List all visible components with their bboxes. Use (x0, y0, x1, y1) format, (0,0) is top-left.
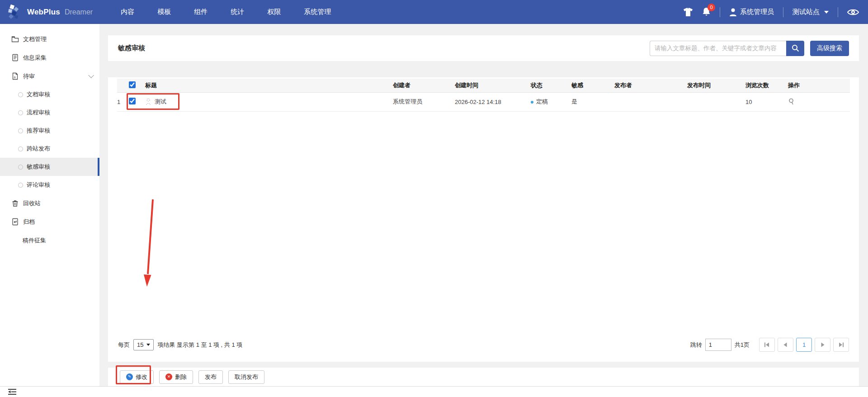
collect-icon (11, 54, 19, 61)
sidebar-item-cross-site-publish[interactable]: 跨站发布 (0, 140, 99, 158)
sidebar-subitem-label: 评论审核 (27, 181, 50, 189)
bullet-circle-icon (18, 147, 23, 151)
header-sensitive: 敏感 (571, 82, 583, 89)
header-creator: 创建者 (393, 82, 410, 89)
sidebar-item-recommend-review[interactable]: 推荐审核 (0, 122, 99, 140)
row-status: 定稿 (531, 92, 571, 111)
jump-page-input[interactable] (705, 339, 731, 351)
unpublish-button[interactable]: 取消发布 (228, 370, 264, 384)
collapse-sidebar-icon[interactable] (7, 388, 17, 395)
per-page-select[interactable]: 15 (133, 339, 154, 350)
last-page-icon (838, 342, 844, 348)
sidebar-item-archive[interactable]: 归档 (0, 213, 99, 231)
magnifier-icon[interactable] (788, 98, 795, 105)
publish-button[interactable]: 发布 (198, 370, 223, 384)
table-row: 1 测试 系统管理员 2026- (117, 92, 850, 111)
pagination-bar: 每页 15 项结果 显示第 1 至 1 项 , 共 1 项 跳转 共1页 (117, 338, 850, 362)
actions-bar: ✎ 修改 ✕ 删除 发布 取消发布 (108, 368, 859, 386)
folder-icon (11, 35, 19, 43)
header-created-time: 创建时间 (455, 82, 478, 89)
sidebar-item-label: 稿件征集 (23, 236, 46, 245)
webplus-logo-icon (6, 4, 24, 21)
next-page-button[interactable] (815, 338, 830, 352)
notification-badge: 0 (708, 4, 715, 11)
first-page-icon (764, 342, 770, 348)
row-creator: 系统管理员 (393, 92, 455, 111)
sidebar-item-info-collect[interactable]: 信息采集 (0, 48, 99, 67)
sidebar-item-manuscript-collect[interactable]: 稿件征集 (0, 231, 99, 250)
per-page-label: 每页 (118, 341, 130, 349)
row-title-link[interactable]: 测试 (155, 98, 166, 106)
sidebar-item-label: 信息采集 (23, 54, 47, 62)
prev-page-button[interactable] (778, 338, 793, 352)
search-input[interactable] (650, 41, 786, 56)
first-page-button[interactable] (759, 338, 775, 352)
advanced-search-button[interactable]: 高级搜索 (810, 41, 849, 56)
sidebar-item-label: 文档管理 (23, 35, 47, 43)
sidebar-subitem-label: 推荐审核 (27, 127, 50, 135)
header-operation: 操作 (788, 82, 800, 89)
main-content: 敏感审核 高级搜索 (99, 24, 868, 386)
header-status: 状态 (531, 82, 542, 89)
menu-content[interactable]: 内容 (121, 8, 134, 16)
divider (720, 7, 720, 17)
archive-icon (11, 218, 19, 226)
user-icon (729, 8, 737, 16)
trash-icon (11, 199, 19, 207)
chevron-down-icon (824, 11, 829, 14)
header-publisher: 发布者 (614, 82, 632, 89)
brand-name: WebPlus (27, 8, 60, 17)
sidebar-item-recycle-bin[interactable]: 回收站 (0, 194, 99, 213)
menu-components[interactable]: 组件 (194, 8, 208, 16)
header-views: 浏览次数 (745, 82, 769, 89)
sidebar-item-flow-review[interactable]: 流程审核 (0, 104, 99, 122)
sidebar-item-label: 归档 (23, 218, 35, 226)
main-menu: 内容 模板 组件 统计 权限 系统管理 (121, 8, 331, 16)
theme-tshirt-icon[interactable] (683, 8, 693, 17)
row-created-time: 2026-02-12 14:18 (455, 92, 531, 111)
bullet-circle-icon (18, 183, 23, 188)
sidebar-item-pending[interactable]: a 待审 (0, 67, 99, 85)
bullet-circle-icon (18, 128, 23, 133)
page-footer (0, 386, 868, 397)
menu-permissions[interactable]: 权限 (267, 8, 281, 16)
sidebar-subitem-label: 敏感审核 (27, 163, 50, 171)
last-page-button[interactable] (833, 338, 849, 352)
delete-button[interactable]: ✕ 删除 (159, 370, 193, 384)
sidebar-item-sensitive-review[interactable]: 敏感审核 (0, 158, 99, 176)
current-user: 系统管理员 (740, 8, 774, 16)
preview-eye-icon[interactable] (847, 8, 859, 16)
sidebar-item-doc-management[interactable]: 文档管理 (0, 30, 99, 48)
svg-text:a: a (14, 76, 16, 79)
sidebar-item-comment-review[interactable]: 评论审核 (0, 176, 99, 194)
search-group: 高级搜索 (650, 41, 849, 56)
menu-template[interactable]: 模板 (157, 8, 171, 16)
menu-system[interactable]: 系统管理 (304, 8, 331, 16)
edit-button[interactable]: ✎ 修改 (120, 370, 154, 384)
header-checkbox-cell (129, 79, 142, 92)
page-title: 敏感审核 (118, 44, 145, 52)
site-selector[interactable]: 测试站点 (793, 8, 829, 16)
row-sensitive: 是 (571, 92, 614, 111)
current-site: 测试站点 (793, 8, 820, 16)
bullet-circle-icon (18, 165, 23, 170)
sidebar-subitem-label: 流程审核 (27, 109, 50, 117)
prev-page-icon (783, 342, 788, 348)
brand[interactable]: WebPlus Dreamer (6, 4, 93, 21)
row-index: 1 (117, 92, 129, 111)
table-header-row: 标题 创建者 创建时间 状态 敏感 发布者 发布时间 浏览次数 操作 (117, 79, 850, 92)
header-index (117, 79, 129, 92)
sidebar: 文档管理 信息采集 a 待审 (0, 24, 99, 386)
sidebar-item-doc-review[interactable]: 文档审核 (0, 85, 99, 104)
notifications-bell-icon[interactable]: 0 (702, 7, 711, 17)
draft-marker-icon (145, 98, 151, 105)
menu-statistics[interactable]: 统计 (231, 8, 244, 16)
sidebar-item-label: 回收站 (23, 199, 41, 208)
select-all-checkbox[interactable] (129, 81, 136, 88)
row-checkbox[interactable] (129, 98, 136, 104)
search-button[interactable] (786, 41, 804, 56)
bullet-circle-icon (18, 110, 23, 115)
page-1-button[interactable]: 1 (796, 338, 812, 352)
user-menu[interactable]: 系统管理员 (729, 8, 774, 16)
search-icon (792, 44, 799, 52)
